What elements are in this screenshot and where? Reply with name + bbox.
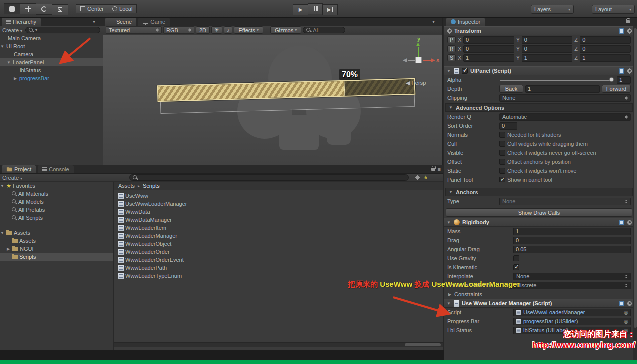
tab-game[interactable]: Game (138, 18, 170, 26)
depth-back-button[interactable]: Back (499, 85, 523, 93)
panel-menu-icon[interactable]: ≡ (98, 19, 101, 25)
hierarchy-item-progressbar[interactable]: ▶progressBar (0, 74, 103, 82)
slider-knob[interactable] (609, 77, 614, 82)
toggle-2d-button[interactable]: 2D (196, 26, 210, 34)
is-kinematic-checkbox[interactable]: ✓ (513, 264, 519, 270)
assets-root[interactable]: ▼Assets (0, 229, 113, 237)
file-item[interactable]: WwwData (118, 208, 443, 216)
foldout-icon[interactable]: ▶ (13, 76, 18, 81)
collision-detection-dropdown[interactable]: Discrete (513, 282, 631, 289)
favorites-all-models[interactable]: All Models (0, 198, 113, 206)
foldout-icon[interactable]: ▶ (6, 247, 11, 251)
panel-menu-icon[interactable]: ≡ (438, 166, 441, 172)
help-icon[interactable] (619, 68, 624, 74)
file-item[interactable]: WwwLoaderItem (118, 224, 443, 232)
scene-lighting-button[interactable]: ☀ (211, 26, 222, 34)
pause-button[interactable] (308, 3, 323, 14)
transform-header[interactable]: Transform (444, 26, 634, 35)
panel-menu-icon[interactable]: ≡ (437, 19, 440, 25)
folder-ngui[interactable]: ▶NGUI (0, 245, 113, 253)
uipanel-enabled-checkbox[interactable]: ✓ (462, 68, 468, 74)
file-item[interactable]: WwwLoaderTypeEnum (118, 272, 443, 280)
depth-forward-button[interactable]: Forward (602, 85, 631, 93)
project-search-input[interactable] (129, 174, 409, 181)
inspector-scrollbar[interactable] (633, 26, 637, 360)
step-button[interactable]: ▶ (322, 4, 338, 15)
shading-mode-dropdown[interactable]: Textured (106, 26, 162, 34)
depth-value-field[interactable]: 1 (525, 85, 600, 93)
offset-checkbox[interactable] (499, 159, 505, 165)
lock-icon[interactable] (626, 20, 630, 23)
angular-drag-field[interactable]: 0.05 (513, 246, 631, 253)
horizontal-scrollbar[interactable] (114, 342, 443, 347)
alpha-slider[interactable] (499, 76, 615, 83)
folder-scripts[interactable]: Scripts (0, 253, 113, 261)
scrollbar-thumb[interactable] (405, 343, 441, 346)
move-tool-button[interactable] (20, 3, 36, 14)
position-y-field[interactable]: 0 (522, 36, 573, 44)
object-picker-icon[interactable]: ◎ (624, 319, 628, 324)
show-draw-calls-button[interactable]: Show Draw Calls (446, 208, 632, 217)
rotate-tool-button[interactable] (36, 4, 52, 15)
gear-icon[interactable] (627, 69, 632, 73)
hierarchy-create-button[interactable]: Create ▾ (2, 27, 22, 33)
cull-checkbox[interactable] (499, 141, 505, 147)
panel-menu-icon[interactable]: ≡ (632, 19, 635, 25)
breadcrumb-assets[interactable]: Assets (118, 183, 135, 189)
search-by-type-icon[interactable] (415, 175, 420, 180)
folder-assets[interactable]: Assets (0, 237, 113, 245)
visible-checkbox[interactable] (499, 150, 505, 156)
rigidbody-header[interactable]: ▼ Rigidbody (444, 218, 634, 227)
progress-bar-object-field[interactable]: progressBar (UISlider)◎ (513, 318, 631, 325)
rotation-x-field[interactable]: 0 (463, 45, 514, 53)
foldout-icon[interactable]: ▼ (0, 231, 5, 235)
scene-viewport[interactable]: 70% y ▲ ▶ x ◀ ◀ Persp (103, 35, 442, 165)
scale-z-field[interactable]: 1 (580, 54, 631, 62)
object-picker-icon[interactable]: ◎ (624, 310, 628, 315)
pivot-center-button[interactable]: Center (76, 4, 108, 13)
hierarchy-search-input[interactable]: ▾ (25, 27, 100, 33)
sort-order-field[interactable]: 0 (499, 122, 517, 130)
scene-axis-gizmo[interactable]: y ▲ ▶ x ◀ ◀ Persp (402, 36, 442, 86)
position-x-field[interactable]: 0 (463, 36, 514, 44)
file-item[interactable]: WwwLoaderOrderEvent (118, 256, 443, 264)
favorites-all-scripts[interactable]: All Scripts (0, 214, 113, 222)
favorites-all-materials[interactable]: All Materials (0, 190, 113, 198)
interpolate-dropdown[interactable]: None (513, 273, 631, 280)
foldout-icon[interactable]: ▼ (0, 44, 5, 49)
gizmos-dropdown[interactable]: Gizmos ▾ (270, 26, 301, 34)
gear-icon[interactable] (627, 29, 632, 33)
advanced-options-foldout[interactable]: ▼ Advanced Options (445, 103, 633, 112)
favorites-all-prefabs[interactable]: All Prefabs (0, 206, 113, 214)
hand-tool-button[interactable] (4, 3, 20, 14)
file-item[interactable]: WwwLoaderOrder (118, 248, 443, 256)
project-create-button[interactable]: Create ▾ (2, 175, 22, 181)
file-item[interactable]: UseWwwLoaderManager (118, 200, 443, 208)
scale-x-field[interactable]: 1 (463, 54, 514, 62)
file-item[interactable]: WwwDataManager (118, 216, 443, 224)
anchors-foldout[interactable]: ▼ Anchors (445, 188, 633, 196)
foldout-icon[interactable]: ▼ (448, 190, 453, 194)
anchor-type-dropdown[interactable]: None (499, 198, 631, 205)
favorites-root[interactable]: ▼★Favorites (0, 182, 113, 190)
use-gravity-checkbox[interactable] (513, 255, 519, 261)
foldout-icon[interactable]: ▼ (6, 60, 11, 65)
foldout-icon[interactable]: ▼ (446, 69, 451, 73)
rotation-z-field[interactable]: 0 (580, 45, 631, 53)
rotation-y-field[interactable]: 0 (522, 45, 573, 53)
file-item[interactable]: WwwLoaderPath (118, 264, 443, 272)
lock-icon[interactable] (431, 168, 435, 171)
scale-tool-button[interactable] (52, 4, 68, 15)
static-checkbox[interactable] (499, 168, 505, 174)
rotation-button[interactable]: R (447, 45, 456, 52)
scrollbar-thumb[interactable] (634, 28, 637, 328)
hierarchy-item-lblstatus[interactable]: lblStatus (0, 66, 103, 74)
hierarchy-item-camera[interactable]: Camera (0, 50, 103, 58)
script-object-field[interactable]: UseWwwLoaderManager◎ (513, 309, 631, 316)
help-icon[interactable] (619, 28, 624, 34)
pivot-local-button[interactable]: Local (108, 4, 137, 13)
mass-field[interactable]: 1 (513, 228, 631, 235)
clipping-dropdown[interactable]: None (499, 94, 631, 102)
scene-audio-button[interactable]: ♪ (224, 26, 233, 34)
alpha-value-field[interactable]: 1 (617, 76, 631, 84)
